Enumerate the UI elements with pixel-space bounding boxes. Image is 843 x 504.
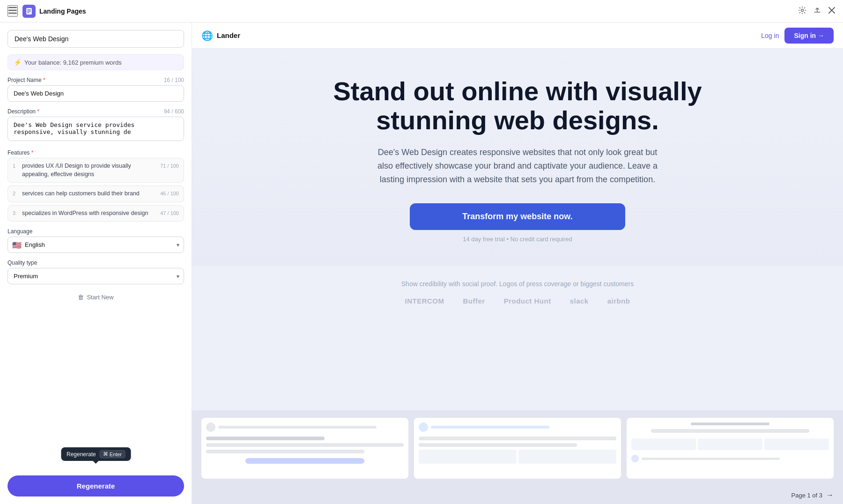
quality-select[interactable]: Premium — [7, 268, 184, 284]
hero-section: Stand out online with visually stunning … — [192, 49, 843, 266]
project-name-field: Project Name * 16 / 100 — [7, 77, 184, 102]
tooltip-label: Regenerate — [67, 451, 96, 458]
hero-headline: Stand out online with visually stunning … — [307, 77, 728, 134]
topbar-actions — [798, 6, 836, 16]
topbar: Landing Pages — [0, 0, 843, 22]
logo-item: airbnb — [607, 297, 630, 305]
language-label: Language — [7, 228, 184, 235]
login-link[interactable]: Log in — [761, 32, 779, 39]
description-label: Description * 94 / 600 — [7, 108, 184, 115]
features-label: Features * — [7, 149, 184, 156]
feature-item: 2 services can help customers build thei… — [7, 185, 184, 202]
description-textarea[interactable]: Dee's Web Design service provides respon… — [7, 117, 184, 141]
enter-label: Enter — [110, 452, 122, 457]
logos-row: INTERCOMBufferProduct Huntslackairbnb — [405, 297, 630, 305]
left-panel: ⚡ Your balance: 9,162 premium words Proj… — [0, 22, 192, 504]
regenerate-button[interactable]: Regenerate — [7, 475, 184, 497]
quality-field: Quality type Premium ▾ — [7, 259, 184, 284]
close-icon[interactable] — [828, 7, 836, 16]
language-select[interactable]: English — [7, 237, 184, 253]
flag-icon: 🇺🇸 — [12, 240, 22, 249]
regenerate-tooltip: Regenerate ⌘ Enter — [61, 447, 131, 461]
project-name-input[interactable] — [7, 85, 184, 102]
svg-rect-2 — [8, 13, 17, 14]
tooltip-kbd: ⌘ Enter — [100, 450, 125, 458]
features-field: Features * 1 provides UX /UI Design to p… — [7, 149, 184, 222]
social-proof-text: Show credibility with social proof. Logo… — [401, 280, 634, 288]
landing-content: Stand out online with visually stunning … — [192, 49, 843, 410]
hero-subtext: Dee's Web Design creates responsive webs… — [377, 146, 658, 186]
project-name-label: Project Name * 16 / 100 — [7, 77, 184, 83]
feature-text[interactable]: provides UX /UI Design to provide visual… — [22, 162, 156, 178]
hero-cta-button[interactable]: Transform my website now. — [410, 203, 625, 230]
balance-badge: ⚡ Your balance: 9,162 premium words — [7, 54, 184, 70]
preview-actions: Log in Sign in → — [761, 28, 834, 44]
svg-rect-6 — [27, 12, 30, 13]
feature-counter: 46 / 100 — [160, 191, 179, 196]
cmd-icon: ⌘ — [103, 451, 108, 457]
social-proof-section: Show credibility with social proof. Logo… — [192, 266, 843, 319]
right-panel: 🌐 Lander Log in Sign in → Stand out onli… — [192, 22, 843, 504]
trash-icon: 🗑 — [78, 294, 84, 301]
app-title: Landing Pages — [39, 7, 86, 15]
feature-text[interactable]: specializes in WordPress with responsive… — [22, 209, 156, 218]
feature-number: 3 — [13, 210, 18, 216]
svg-point-7 — [801, 9, 804, 11]
preview-logo-text: Lander — [217, 31, 240, 39]
cta-note: 14 day free trial • No credit card requi… — [463, 236, 572, 243]
page-thumbnail-1[interactable] — [201, 418, 408, 479]
language-field: Language 🇺🇸 English ▾ — [7, 228, 184, 253]
logo-item: INTERCOM — [405, 297, 444, 305]
svg-rect-5 — [27, 11, 31, 12]
description-field: Description * 94 / 600 Dee's Web Design … — [7, 108, 184, 143]
upload-icon[interactable] — [813, 6, 821, 16]
quality-select-wrapper: Premium ▾ — [7, 268, 184, 284]
page-thumbnails — [192, 410, 843, 486]
signin-button[interactable]: Sign in → — [784, 28, 834, 44]
start-new-button[interactable]: 🗑 Start New — [7, 291, 184, 304]
lightning-icon: ⚡ — [14, 59, 22, 66]
page-thumbnail-2[interactable] — [414, 418, 621, 479]
logo-item: Buffer — [463, 297, 485, 305]
settings-icon[interactable] — [798, 6, 806, 16]
page-label: Page 1 of 3 — [791, 492, 823, 499]
feature-text[interactable]: services can help customers build their … — [22, 190, 156, 198]
page-thumbnail-3[interactable] — [627, 418, 834, 479]
logo-item: Product Hunt — [504, 297, 551, 305]
globe-icon: 🌐 — [201, 30, 213, 41]
logo-item: slack — [570, 297, 589, 305]
feature-number: 2 — [13, 191, 18, 196]
features-list: 1 provides UX /UI Design to provide visu… — [7, 158, 184, 222]
feature-item: 3 specializes in WordPress with responsi… — [7, 205, 184, 222]
svg-rect-4 — [27, 9, 31, 10]
quality-label: Quality type — [7, 259, 184, 266]
feature-item: 1 provides UX /UI Design to provide visu… — [7, 158, 184, 183]
svg-rect-0 — [8, 7, 17, 8]
page-nav-footer: Page 1 of 3 → — [192, 486, 843, 504]
language-select-wrapper: 🇺🇸 English ▾ — [7, 237, 184, 253]
logo-icon — [22, 5, 36, 18]
feature-counter: 47 / 100 — [160, 210, 179, 216]
menu-icon[interactable] — [7, 5, 18, 17]
main-layout: ⚡ Your balance: 9,162 premium words Proj… — [0, 22, 843, 504]
balance-text: Your balance: 9,162 premium words — [24, 59, 122, 66]
project-title-input[interactable] — [7, 30, 184, 48]
app-logo: Landing Pages — [22, 5, 86, 18]
preview-header: 🌐 Lander Log in Sign in → — [192, 22, 843, 49]
feature-number: 1 — [13, 163, 18, 169]
feature-counter: 71 / 100 — [160, 163, 179, 169]
regenerate-section: Regenerate ⌘ Enter Regenerate — [7, 475, 184, 497]
preview-logo: 🌐 Lander — [201, 30, 240, 41]
svg-rect-1 — [8, 10, 17, 11]
next-page-arrow[interactable]: → — [826, 491, 834, 499]
